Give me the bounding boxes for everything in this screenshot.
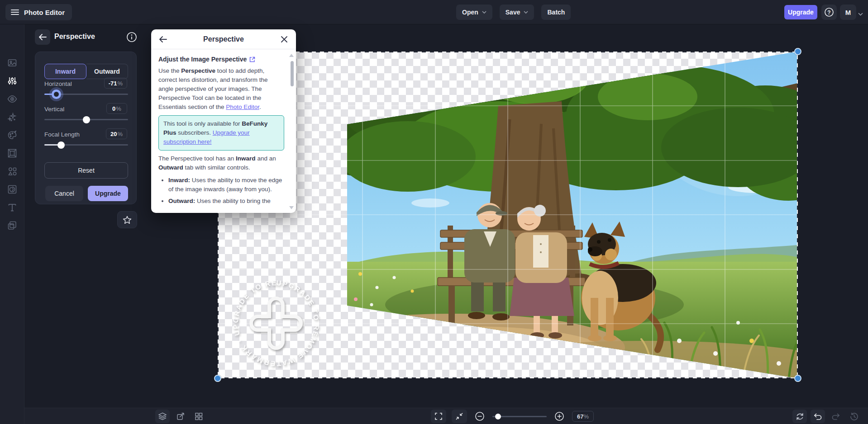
fit-to-screen-button[interactable]	[452, 410, 467, 423]
zoom-slider-handle[interactable]	[495, 414, 501, 419]
vertical-label: Vertical	[44, 106, 64, 113]
artsy-icon[interactable]	[7, 130, 18, 141]
focal-length-value: 20%	[106, 128, 127, 139]
zoom-out-button[interactable]	[472, 410, 487, 423]
popup-scrollbar[interactable]	[291, 61, 294, 86]
panel-back-button[interactable]	[35, 29, 50, 45]
focal-length-label: Focal Length	[44, 131, 80, 138]
scroll-up-arrow[interactable]	[289, 54, 294, 57]
effects-icon[interactable]	[7, 112, 18, 122]
account-menu-chevron[interactable]	[858, 9, 863, 18]
handle-bottom-right[interactable]	[794, 375, 801, 382]
plus-notice: This tool is only available for BeFunky …	[158, 115, 284, 151]
zoom-value: 67%	[572, 411, 594, 422]
fit-to-screen-icon	[455, 412, 463, 420]
image-selection-box[interactable]: UPGRADE TO REMOVE WATERMARK · UPGRADE TO…	[218, 52, 798, 378]
textures-icon[interactable]	[7, 220, 18, 231]
touch-up-icon[interactable]	[7, 94, 18, 104]
minus-circle-icon	[475, 411, 485, 421]
arrow-left-icon	[38, 34, 47, 40]
arrow-left-icon	[159, 36, 167, 42]
undo-button[interactable]	[811, 410, 825, 423]
handle-bottom-left[interactable]	[214, 375, 221, 382]
overlays-icon[interactable]	[7, 184, 18, 195]
external-link-icon[interactable]	[249, 57, 255, 62]
fullscreen-icon	[434, 412, 443, 420]
save-button[interactable]: Save	[500, 5, 534, 20]
reset-image-button[interactable]	[792, 410, 807, 423]
layers-button[interactable]	[155, 410, 170, 423]
grid-icon	[195, 412, 203, 420]
hamburger-icon	[11, 9, 19, 15]
panel-upgrade-button[interactable]: Upgrade	[88, 186, 128, 201]
tab-inward[interactable]: Inward	[44, 64, 86, 79]
undo-icon	[813, 413, 822, 420]
canvas-resize-icon	[176, 412, 185, 421]
vertical-slider-handle[interactable]	[83, 116, 90, 123]
horizontal-label: Horizontal	[44, 80, 72, 87]
photo-library-icon[interactable]	[7, 57, 18, 68]
bottom-toolbar: 67%	[24, 408, 868, 424]
focal-length-slider-handle[interactable]	[57, 141, 65, 149]
direction-tabs: Inward Outward	[44, 64, 128, 79]
frames-icon[interactable]	[7, 148, 18, 159]
bullet-inward: Inward: Uses the ability to move the edg…	[168, 176, 284, 194]
scroll-down-arrow[interactable]	[289, 206, 294, 209]
cancel-button[interactable]: Cancel	[45, 186, 83, 201]
svg-text:?: ?	[827, 9, 830, 16]
open-button[interactable]: Open	[456, 5, 492, 20]
reset-button[interactable]: Reset	[44, 162, 128, 179]
canvas-resize-button[interactable]	[173, 410, 188, 423]
panel-title: Perspective	[54, 33, 95, 41]
perspective-panel: Inward Outward Horizontal -71% Vertical …	[35, 52, 137, 204]
batch-button[interactable]: Batch	[541, 5, 571, 20]
redo-button[interactable]	[829, 410, 843, 423]
tool-sidebar	[0, 24, 24, 424]
chevron-down-icon	[858, 13, 863, 16]
question-circle-icon: ?	[824, 7, 834, 17]
favorite-tool-button[interactable]	[117, 211, 137, 228]
close-icon	[281, 36, 287, 42]
zoom-in-button[interactable]	[552, 410, 567, 423]
handle-top-right[interactable]	[794, 48, 801, 55]
warped-image	[218, 52, 798, 378]
layers-icon	[158, 412, 167, 421]
user-avatar[interactable]: M	[840, 5, 856, 20]
help-popup-body: Adjust the Image Perspective Use the Per…	[151, 49, 296, 213]
fullscreen-button[interactable]	[431, 410, 446, 423]
popup-back-button[interactable]	[157, 34, 168, 45]
panel-info-button[interactable]	[126, 32, 137, 42]
redo-icon	[831, 413, 840, 420]
help-tabs-paragraph: The Perspective tool has an Inward and a…	[158, 154, 284, 172]
star-icon	[123, 216, 132, 224]
zoom-slider[interactable]	[492, 416, 547, 417]
horizontal-slider-handle[interactable]	[52, 90, 61, 99]
text-icon[interactable]	[7, 202, 18, 213]
graphics-icon[interactable]	[7, 166, 18, 177]
top-bar: Photo Editor Open Save Batch Upgrade ? M	[0, 0, 868, 24]
vertical-value: 0%	[106, 103, 127, 114]
upgrade-button-top[interactable]: Upgrade	[784, 5, 817, 19]
help-bullet-list: Inward: Uses the ability to move the edg…	[162, 176, 284, 206]
history-button[interactable]	[847, 410, 861, 423]
focal-length-slider[interactable]	[44, 144, 128, 146]
refresh-icon	[796, 412, 804, 421]
help-heading: Adjust the Image Perspective	[158, 55, 284, 64]
bullet-outward: Outward: Uses the ability to bring the	[168, 197, 284, 206]
popup-close-button[interactable]	[279, 34, 290, 45]
main-menu-button[interactable]: Photo Editor	[5, 4, 72, 20]
vertical-slider[interactable]	[44, 119, 128, 120]
popup-title: Perspective	[168, 35, 279, 43]
history-icon	[850, 412, 858, 421]
tab-outward[interactable]: Outward	[86, 64, 128, 79]
horizontal-slider[interactable]	[44, 94, 128, 95]
info-icon	[126, 32, 137, 42]
app-title: Photo Editor	[24, 9, 65, 16]
adjust-icon[interactable]	[7, 75, 18, 86]
chevron-down-icon	[524, 11, 528, 14]
templates-button[interactable]	[191, 410, 206, 423]
help-button[interactable]: ?	[821, 5, 837, 20]
help-popup-header: Perspective	[151, 29, 296, 49]
help-popup: Perspective Adjust the Image Perspective…	[151, 29, 296, 213]
plus-circle-icon	[554, 411, 564, 421]
